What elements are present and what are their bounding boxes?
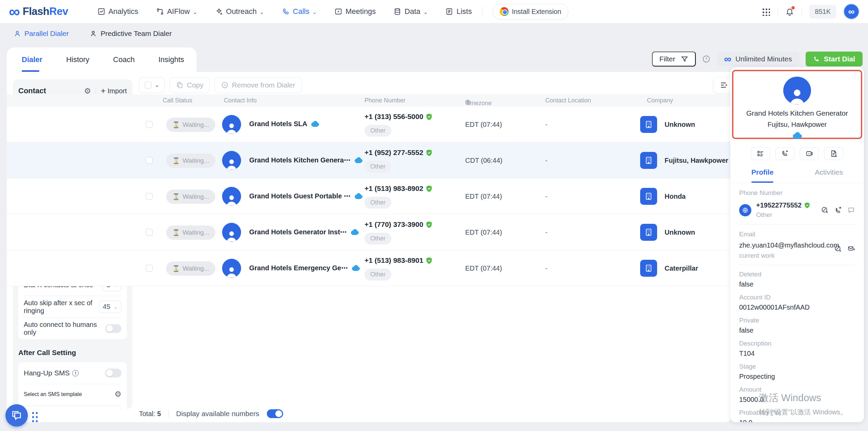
ring-seconds-select[interactable]: 45⌄	[99, 300, 121, 313]
nav-analytics[interactable]: Analytics	[97, 7, 138, 16]
hourglass-icon: ⌛	[172, 229, 180, 236]
salesforce-icon	[354, 157, 363, 163]
company-name: Unknown	[665, 229, 695, 236]
add-to-list-button[interactable]	[751, 147, 770, 160]
tab-parallel-dialer[interactable]: Parallel Dialer	[14, 30, 69, 38]
tab-coach[interactable]: Coach	[113, 47, 135, 72]
company-name: Caterpillar	[665, 265, 698, 272]
sms-template-select[interactable]: Create new SMS template ⌄	[24, 406, 121, 409]
info-icon[interactable]: !	[465, 100, 471, 105]
location-cell: -	[545, 121, 548, 129]
after-call-title: After Call Setting	[18, 349, 127, 357]
meeting-button[interactable]	[800, 147, 819, 160]
profile-email: zhe.yuan104@myflashcloud.com	[739, 241, 834, 249]
gear-icon[interactable]: ⚙	[114, 390, 121, 398]
edit-icon[interactable]	[821, 206, 829, 214]
contacts-table: ⌛Waiting... Grand Hotels SLA +1 (313) 55…	[7, 106, 730, 286]
table-row-selected[interactable]: ⌛Waiting... Grand Hotels Kitchen Genera⋯…	[7, 142, 730, 178]
gear-icon[interactable]: ⚙	[84, 87, 91, 95]
tab-activities[interactable]: Activities	[815, 168, 843, 183]
table-row[interactable]: ⌛Waiting... Grand Hotels Generator Inst⋯…	[7, 214, 730, 250]
contact-detail-panel: Grand Hotels Kitchen Generator Fujitsu, …	[730, 67, 864, 422]
nav-outreach[interactable]: Outreach⌄	[215, 7, 264, 16]
phone-number: +1 (513) 983-8901	[364, 256, 423, 265]
row-checkbox[interactable]	[146, 193, 153, 200]
profile-company: Fujitsu, Hawkpower	[733, 121, 861, 129]
divider	[96, 87, 96, 95]
field-label: Description	[739, 340, 855, 347]
timezone-cell: EDT (07:44)	[465, 193, 502, 200]
field-value: Prospecting	[739, 373, 855, 380]
table-row[interactable]: ⌛Waiting... Grand Hotels Guest Portable …	[7, 178, 730, 214]
drag-handle[interactable]	[31, 411, 39, 423]
table-row[interactable]: ⌛Waiting... Grand Hotels Emergency Ge⋯ +…	[7, 250, 730, 286]
verified-shield-icon	[426, 257, 432, 264]
row-checkbox[interactable]	[146, 157, 153, 164]
tab-dialer[interactable]: Dialer	[22, 47, 42, 72]
select-all-button[interactable]: ⌄	[139, 77, 165, 93]
add-note-button[interactable]	[824, 147, 843, 160]
globe-icon	[739, 204, 751, 216]
edit-icon[interactable]	[834, 245, 842, 253]
send-email-icon[interactable]	[847, 245, 855, 253]
chevron-down-icon: ⌄	[260, 9, 264, 15]
field-label: Private	[739, 317, 855, 324]
salesforce-icon	[733, 132, 861, 139]
contact-name: Grand Hotels Generator Inst⋯	[249, 228, 347, 236]
tab-history[interactable]: History	[66, 47, 89, 72]
call-status-chip: ⌛Waiting...	[166, 190, 215, 204]
nav-lists[interactable]: Lists	[445, 7, 472, 16]
nav-data[interactable]: Data⌄	[393, 7, 428, 16]
company-name: Fujitsu, Hawkpower	[665, 157, 728, 164]
display-numbers-toggle[interactable]	[267, 409, 283, 418]
profile-avatar	[783, 77, 811, 104]
hourglass-icon: ⌛	[172, 157, 180, 164]
timezone-cell: CDT (06:44)	[465, 157, 502, 164]
chevron-down-icon: ⌄	[313, 9, 317, 15]
credits-badge[interactable]: 851K	[809, 5, 836, 19]
select-all-checkbox[interactable]	[145, 82, 152, 89]
remove-from-dialer-button[interactable]: Remove from Dialer	[215, 77, 302, 93]
row-checkbox[interactable]	[146, 265, 153, 272]
chevron-down-icon: ⌄	[193, 9, 197, 15]
salesforce-icon	[350, 229, 359, 235]
contact-avatar	[222, 259, 241, 278]
tab-predictive-team-dialer[interactable]: Predictive Team Dialer	[90, 30, 172, 38]
funnel-icon	[681, 55, 688, 63]
after-call-card: Hang-Up SMS! Select an SMS template ⚙ Cr…	[18, 362, 127, 409]
salesforce-icon	[354, 193, 363, 199]
brand-part2: Rev	[49, 5, 68, 17]
filter-button[interactable]: Filter	[652, 52, 696, 66]
nav-calls[interactable]: Calls⌄	[282, 7, 317, 16]
profile-tabs: Profile Activities	[730, 168, 864, 183]
verified-shield-icon	[426, 221, 432, 228]
call-button[interactable]	[775, 147, 794, 160]
start-dial-button[interactable]: Start Dial	[806, 52, 863, 66]
nav-meetings[interactable]: Meetings	[334, 7, 376, 16]
copy-button[interactable]: Copy	[170, 77, 210, 93]
nav-aiflow[interactable]: AIFlow⌄	[156, 7, 197, 16]
field-label: Stage	[739, 363, 855, 370]
row-checkbox[interactable]	[146, 121, 153, 128]
sms-icon[interactable]	[847, 206, 855, 214]
info-icon[interactable]	[702, 55, 711, 63]
field-label: Amount	[739, 386, 855, 393]
hangup-sms-toggle[interactable]	[105, 369, 121, 377]
chat-widget-button[interactable]	[5, 404, 28, 427]
table-row[interactable]: ⌛Waiting... Grand Hotels SLA +1 (313) 55…	[7, 106, 730, 142]
row-checkbox[interactable]	[146, 229, 153, 236]
contact-avatar	[222, 151, 241, 170]
tab-insights[interactable]: Insights	[158, 47, 184, 72]
user-avatar[interactable]: ∞	[844, 4, 859, 19]
app-launcher-icon[interactable]	[761, 7, 770, 16]
database-icon	[393, 7, 401, 16]
install-extension-button[interactable]: Install Extension	[493, 4, 569, 19]
auto-connect-toggle[interactable]	[105, 324, 121, 333]
flashrev-logo[interactable]: ∞ FlashRev	[9, 5, 68, 18]
divider	[777, 7, 778, 16]
top-navbar: ∞ FlashRev Analytics AIFlow⌄ Outreach⌄ C…	[0, 0, 868, 23]
notifications-bell-icon[interactable]	[785, 7, 794, 16]
minus-circle-icon	[221, 81, 229, 89]
call-forward-icon[interactable]	[834, 206, 842, 214]
tab-profile[interactable]: Profile	[751, 168, 773, 183]
